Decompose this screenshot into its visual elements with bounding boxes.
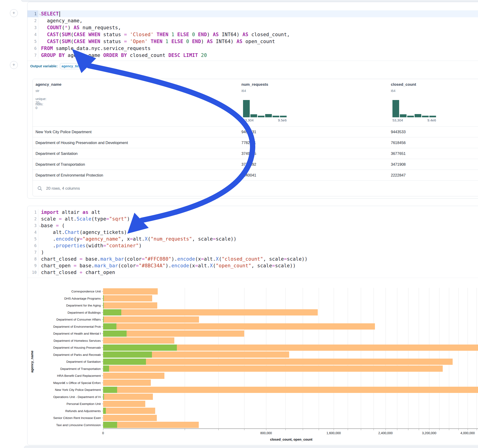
code-line[interactable]: 8chart_closed = base.mark_bar(color="#FF…: [27, 256, 478, 262]
line-number: 1: [27, 10, 38, 17]
code-text[interactable]: COUNT(*) AS num_requests,: [38, 24, 478, 31]
y-axis-label: HRA Benefit Card Replacement: [53, 374, 101, 378]
table-row[interactable]: Department of Sanitation37494853677651: [33, 148, 478, 159]
x-axis-tick: [266, 429, 266, 430]
sql-code-editor[interactable]: 1SELECT2 agency_name,3 COUNT(*) AS num_r…: [27, 2, 478, 61]
y-axis-title: agency_name: [30, 347, 34, 373]
code-text[interactable]: GROUP BY agency_name ORDER BY closed_cou…: [38, 52, 478, 59]
add-cell-button[interactable]: +: [10, 61, 18, 69]
gridline: [361, 288, 361, 428]
y-axis-tick: [102, 355, 103, 355]
code-line[interactable]: 3base = (: [27, 222, 478, 229]
code-text[interactable]: chart_open = base.mark_bar(color="#8BC34…: [38, 262, 478, 269]
code-text[interactable]: CAST(SUM(CASE WHEN status = 'Open' THEN …: [38, 38, 478, 45]
y-axis-label: Senior Citizen Rent Increase Exempti…: [53, 416, 101, 420]
search-icon[interactable]: [37, 186, 42, 191]
histogram-bar: [243, 100, 250, 117]
closed_count-bar: [103, 408, 155, 414]
output-variable-row: Output variable: agency_tickets: [27, 61, 478, 71]
code-text[interactable]: import altair as alt: [38, 209, 478, 216]
column-name: agency_name: [36, 82, 61, 87]
code-line[interactable]: 2scale = alt.Scale(type="sqrt"): [27, 216, 478, 222]
x-axis-tick-label: 4,000,000: [460, 431, 475, 435]
closed_count-bar: [103, 394, 153, 400]
line-number: 6: [27, 243, 38, 249]
histogram-bar: [400, 114, 407, 117]
closed_count-bar: [103, 373, 164, 379]
altair-chart: Correspondence UnitDHS Advantage Program…: [27, 278, 478, 447]
code-line[interactable]: 4 CAST(SUM(CASE WHEN status = 'Closed' T…: [27, 31, 478, 38]
histogram-bar: [250, 114, 257, 117]
code-line[interactable]: 5 CAST(SUM(CASE WHEN status = 'Open' THE…: [27, 38, 478, 45]
gridline: [218, 288, 219, 428]
gridline: [348, 288, 348, 428]
closed_count-bar: [103, 366, 443, 372]
code-text[interactable]: alt.Chart(agency_tickets): [38, 229, 478, 236]
open_count-bar: [103, 408, 106, 414]
code-text[interactable]: .properties(width="container"): [38, 243, 478, 249]
y-axis-tick: [102, 418, 103, 418]
y-axis-label: Operations Unit - Department of Hom…: [53, 395, 101, 398]
code-text[interactable]: CAST(SUM(CASE WHEN status = 'Closed' THE…: [38, 31, 478, 38]
code-line[interactable]: 4 alt.Chart(agency_tickets): [27, 229, 478, 236]
gridline: [429, 288, 429, 428]
gridline: [449, 288, 449, 428]
code-line[interactable]: 3 COUNT(*) AS num_requests,: [27, 24, 478, 31]
line-number: 7: [27, 52, 38, 59]
table-row[interactable]: New York City Police Department945313194…: [33, 126, 478, 137]
code-text[interactable]: chart_closed = base.mark_bar(color="#FFC…: [38, 256, 478, 262]
code-line[interactable]: 2 agency_name,: [27, 17, 478, 24]
x-axis-tick: [408, 429, 408, 430]
histogram-max-label: 9.4e6: [392, 118, 436, 122]
code-text[interactable]: SELECT: [38, 10, 478, 17]
code-line[interactable]: 10chart_closed + chart_open: [27, 269, 478, 276]
code-text[interactable]: FROM sample_data.nyc.service_requests: [38, 45, 478, 52]
code-line[interactable]: 9chart_open = base.mark_bar(color="#8BC3…: [27, 262, 478, 269]
open_count-bar: [103, 316, 104, 323]
y-axis-label: Department of Environmental Protection: [53, 325, 101, 328]
code-line[interactable]: 5 .encode(y="agency_name", x=alt.X("num_…: [27, 236, 478, 243]
line-number: 10: [27, 269, 38, 276]
code-line[interactable]: 6 .properties(width="container"): [27, 243, 478, 249]
x-axis-tick: [449, 429, 449, 430]
histogram-bar: [422, 116, 429, 117]
x-axis-tick-label: 1,600,000: [327, 431, 341, 435]
x-axis-tick: [319, 429, 319, 430]
python-code-editor[interactable]: 1import altair as alt2scale = alt.Scale(…: [27, 206, 478, 278]
code-text[interactable]: scale = alt.Scale(type="sqrt"): [38, 216, 478, 222]
add-cell-button[interactable]: +: [10, 9, 18, 17]
gridline: [408, 288, 408, 428]
table-row[interactable]: Department of Environmental Protection22…: [33, 170, 478, 181]
code-text[interactable]: base = (: [38, 222, 478, 229]
code-line[interactable]: 1SELECT: [27, 10, 478, 17]
code-line[interactable]: 1import altair as alt: [27, 209, 478, 216]
table-cell: 7782211: [241, 137, 256, 148]
code-text[interactable]: ): [38, 249, 478, 256]
code-line[interactable]: 6FROM sample_data.nyc.service_requests: [27, 45, 478, 52]
line-number: 2: [27, 216, 38, 222]
column-stat: nulls: 0: [36, 102, 43, 110]
y-axis-label: Department of Transportation: [53, 367, 101, 370]
line-number: 4: [27, 229, 38, 236]
y-axis-tick: [102, 291, 103, 292]
code-line[interactable]: 7): [27, 249, 478, 256]
y-axis-label: Mayorâ€ s Office of Special Enforce…: [53, 381, 101, 384]
x-axis-tick: [185, 429, 185, 430]
open_count-bar: [103, 366, 109, 372]
code-line[interactable]: 7GROUP BY agency_name ORDER BY closed_co…: [27, 52, 478, 59]
table-row[interactable]: Department of Housing Preservation and D…: [33, 137, 478, 148]
code-text[interactable]: chart_closed + chart_open: [38, 269, 478, 276]
column-type: i64: [391, 89, 396, 93]
x-axis-tick: [374, 429, 374, 430]
histogram-bar: [265, 114, 272, 117]
code-text[interactable]: .encode(y="agency_name", x=alt.X("num_re…: [38, 236, 478, 243]
open_count-bar: [103, 394, 104, 400]
code-text[interactable]: agency_name,: [38, 17, 478, 24]
table-cell: 3774892: [241, 159, 256, 170]
y-axis-label: Department of Housing Preservation …: [53, 346, 101, 349]
table-row[interactable]: Department of Transportation377489234719…: [33, 159, 478, 170]
y-axis-tick: [102, 361, 103, 362]
y-axis-label: Department of Homeless Services: [53, 339, 101, 342]
table-cell: Department of Sanitation: [36, 148, 78, 159]
output-variable-pill[interactable]: agency_tickets: [60, 63, 86, 69]
